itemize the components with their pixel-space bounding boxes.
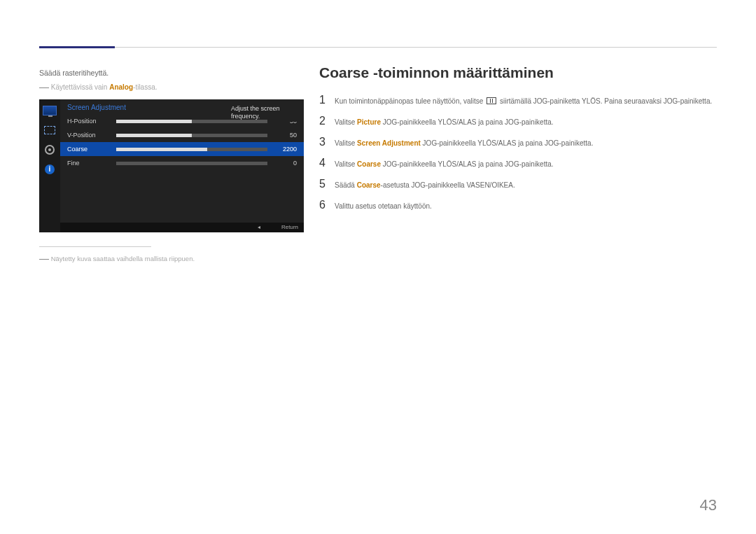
monitor-icon xyxy=(42,105,57,116)
osd-row: Coarse2200 xyxy=(60,142,304,156)
osd-sidebar: i xyxy=(39,99,60,232)
osd-row-label: Coarse xyxy=(67,146,116,153)
footnote-text: Näytetty kuva saattaa vaihdella mallista… xyxy=(51,255,195,262)
step: 6Valittu asetus otetaan käyttöön. xyxy=(319,196,717,217)
intro2-bold: Analog xyxy=(109,83,133,91)
osd-screenshot: i Screen Adjustment Adjust the screen fr… xyxy=(39,99,304,232)
step-number: 3 xyxy=(319,136,335,148)
step-text-pre: Valitse xyxy=(335,139,357,147)
osd-row-slider-fill xyxy=(116,120,192,123)
screen-adjust-icon xyxy=(42,125,57,136)
step-text-pre: Valitse xyxy=(335,160,357,168)
step: 2Valitse Picture JOG-painikkeella YLÖS/A… xyxy=(319,112,717,133)
osd-row-slider xyxy=(116,162,267,165)
osd-row-value: 50 xyxy=(274,132,297,139)
step: 4Valitse Coarse JOG-painikkeella YLÖS/AL… xyxy=(319,154,717,175)
intro-line-1: Säädä rasteritiheyttä. xyxy=(39,69,304,77)
steps-list: 1Kun toimintonäppäinopas tulee näyttöön,… xyxy=(319,91,717,217)
intro2-a: Käytettävissä vain xyxy=(51,83,109,91)
step-text: Valitse Picture JOG-painikkeella YLÖS/AL… xyxy=(335,115,554,127)
header-rule xyxy=(115,47,717,48)
left-column: Säädä rasteritiheyttä. ― Käytettävissä v… xyxy=(39,69,304,264)
osd-return-label: Return xyxy=(281,224,298,230)
osd-row-value: 2200 xyxy=(274,146,297,153)
section-title: Coarse -toiminnon määrittäminen xyxy=(319,64,717,81)
header-rule-accent xyxy=(39,46,115,48)
step-text-pre: Säädä xyxy=(335,181,357,189)
step-keyword: Screen Adjustment xyxy=(357,139,421,147)
step-text-post: -asetusta JOG-painikkeella VASEN/OIKEA. xyxy=(381,181,515,189)
step-text-pre: Valittu asetus otetaan käyttöön. xyxy=(335,202,432,210)
step: 3Valitse Screen Adjustment JOG-painikkee… xyxy=(319,133,717,154)
menu-grid-icon xyxy=(486,97,496,104)
step-text: Kun toimintonäppäinopas tulee näyttöön, … xyxy=(335,94,712,106)
step-text-post: JOG-painikkeella YLÖS/ALAS ja paina JOG-… xyxy=(421,139,594,147)
osd-row: V-Position50 xyxy=(67,128,297,142)
step: 1Kun toimintonäppäinopas tulee näyttöön,… xyxy=(319,91,717,112)
info-icon: i xyxy=(42,164,57,175)
osd-row-label: H-Position xyxy=(67,118,116,125)
osd-row-label: V-Position xyxy=(67,132,116,139)
osd-row-slider-fill xyxy=(116,148,207,151)
osd-row-slider xyxy=(116,148,267,151)
step-text-post: JOG-painikkeella YLÖS/ALAS ja paina JOG-… xyxy=(381,160,554,168)
step-keyword: Coarse xyxy=(357,160,381,168)
step-number: 1 xyxy=(319,94,335,106)
osd-row-value: 0 xyxy=(274,160,297,167)
step-text: Valitse Coarse JOG-painikkeella YLÖS/ALA… xyxy=(335,157,554,169)
step-text-pre: Valitse xyxy=(335,118,357,126)
step-text-post: siirtämällä JOG-painiketta YLÖS. Paina s… xyxy=(498,97,712,105)
osd-row-slider xyxy=(116,120,267,123)
osd-rows: H-Position50V-Position50Coarse2200Fine0 xyxy=(60,114,304,170)
intro2-b: -tilassa. xyxy=(133,83,157,91)
step-number: 2 xyxy=(319,115,335,127)
step-keyword: Coarse xyxy=(357,181,381,189)
page-number: 43 xyxy=(700,496,717,514)
step-text: Säädä Coarse-asetusta JOG-painikkeella V… xyxy=(335,178,515,190)
footnote: ― Näytetty kuva saattaa vaihdella mallis… xyxy=(39,253,304,264)
step-text: Valittu asetus otetaan käyttöön. xyxy=(335,199,432,211)
step-keyword: Picture xyxy=(357,118,381,126)
osd-row-slider xyxy=(116,134,267,137)
step-text-post: JOG-painikkeella YLÖS/ALAS ja paina JOG-… xyxy=(381,118,554,126)
osd-row-label: Fine xyxy=(67,160,116,167)
step-number: 5 xyxy=(319,178,335,190)
footnote-rule xyxy=(39,246,151,247)
note-dash: ― xyxy=(39,81,49,92)
osd-main: Screen Adjustment Adjust the screen freq… xyxy=(60,99,304,223)
osd-row-slider-fill xyxy=(116,134,192,137)
step-number: 4 xyxy=(319,157,335,169)
right-column: Coarse -toiminnon määrittäminen 1Kun toi… xyxy=(319,64,717,217)
step: 5Säädä Coarse-asetusta JOG-painikkeella … xyxy=(319,175,717,196)
footnote-dash: ― xyxy=(39,253,49,264)
left-arrow-icon: ◂ xyxy=(258,224,260,230)
osd-footer: ◂Return xyxy=(60,223,304,232)
gear-icon xyxy=(42,144,57,155)
step-number: 6 xyxy=(319,199,335,211)
step-text: Valitse Screen Adjustment JOG-painikkeel… xyxy=(335,136,593,148)
step-text-pre: Kun toimintonäppäinopas tulee näyttöön, … xyxy=(335,97,485,105)
intro-line-2: ― Käytettävissä vain Analog-tilassa. xyxy=(39,81,304,92)
osd-row: Fine0 xyxy=(67,156,297,170)
